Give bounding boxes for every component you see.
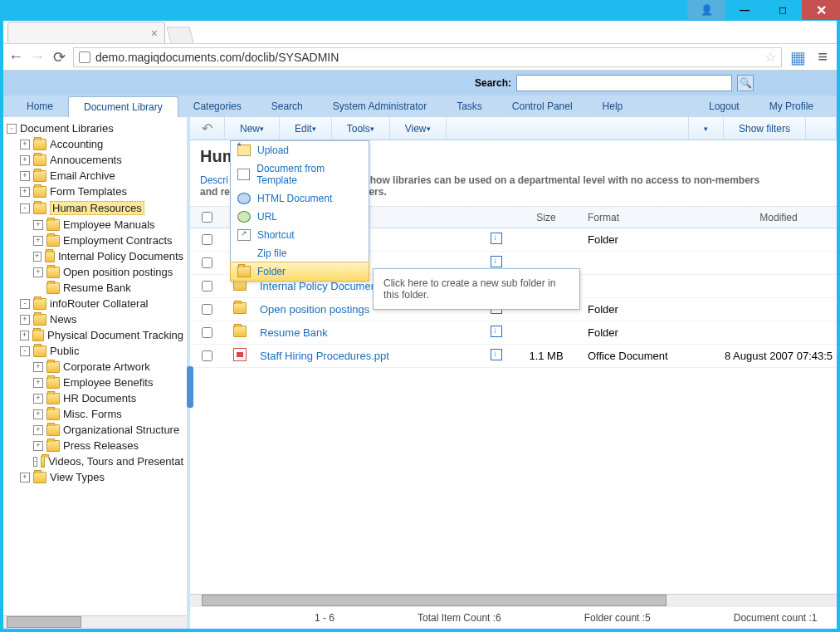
- toolbar-extra[interactable]: [806, 117, 837, 140]
- folder-icon: [233, 302, 247, 314]
- tree-item[interactable]: -Human Resources: [3, 199, 187, 217]
- search-row: Search: 🔍: [3, 71, 837, 96]
- close-button[interactable]: ✕: [802, 0, 840, 20]
- bookmark-icon[interactable]: ☆: [764, 49, 776, 65]
- toolbar-back[interactable]: ↶: [190, 117, 225, 140]
- tab-categories[interactable]: Categories: [178, 96, 256, 116]
- folder-icon: [33, 186, 46, 198]
- download-icon[interactable]: [491, 326, 502, 337]
- tab-document-library[interactable]: Document Library: [68, 96, 178, 117]
- sidebar-scrollbar[interactable]: [3, 615, 187, 629]
- tree-item[interactable]: +Accounting: [3, 136, 187, 152]
- tree-item[interactable]: +Employee Benefits: [3, 375, 187, 390]
- download-icon[interactable]: [491, 349, 502, 360]
- row-name[interactable]: Open position postings: [260, 303, 369, 316]
- folder-icon: [33, 203, 46, 214]
- search-button[interactable]: 🔍: [737, 75, 754, 91]
- select-all-checkbox[interactable]: [202, 212, 212, 223]
- folder-icon: [46, 424, 60, 436]
- col-format[interactable]: Format: [579, 212, 720, 223]
- tab-close-icon[interactable]: ×: [151, 27, 158, 40]
- maximize-button[interactable]: ◻: [764, 0, 802, 20]
- row-checkbox[interactable]: [202, 257, 212, 268]
- tab-help[interactable]: Help: [588, 96, 638, 116]
- row-format: Folder: [579, 303, 720, 316]
- tree-item[interactable]: +Employee Manuals: [3, 217, 187, 233]
- sidebar-resize-handle[interactable]: [187, 366, 193, 408]
- tree-item[interactable]: +News: [3, 311, 187, 327]
- tree-item[interactable]: +Misc. Forms: [3, 406, 187, 422]
- row-checkbox[interactable]: [202, 304, 212, 315]
- tree-item[interactable]: +View Types: [3, 469, 187, 485]
- folder-icon: [46, 440, 60, 452]
- download-icon[interactable]: [491, 233, 502, 244]
- folder-icon: [46, 219, 60, 231]
- search-input[interactable]: [516, 75, 732, 91]
- menu-icon[interactable]: ≡: [813, 48, 832, 66]
- row-name[interactable]: Staff Hiring Procedures.ppt: [260, 350, 389, 362]
- tree-item[interactable]: -Videos, Tours and Presentat: [3, 453, 187, 469]
- dd-url[interactable]: URL: [231, 208, 369, 226]
- tab-tasks[interactable]: Tasks: [442, 96, 497, 116]
- dd-zip[interactable]: Zip file: [231, 244, 369, 262]
- minimize-button[interactable]: —: [725, 0, 764, 20]
- toolbar-edit[interactable]: Edit: [280, 117, 332, 140]
- tree-item[interactable]: +Annoucements: [3, 152, 187, 168]
- tree-item[interactable]: +Internal Policy Documents: [3, 248, 187, 264]
- tree-item[interactable]: +Organizational Structure: [3, 422, 187, 438]
- tree-item[interactable]: +Physical Document Tracking: [3, 327, 187, 343]
- tree-item[interactable]: -Public: [3, 343, 187, 359]
- tab-logout[interactable]: Logout: [694, 96, 755, 116]
- row-checkbox[interactable]: [202, 234, 212, 245]
- tree-item[interactable]: +Press Releases: [3, 438, 187, 453]
- tree-item[interactable]: +HR Documents: [3, 390, 187, 406]
- toolbar-tools[interactable]: Tools: [332, 117, 390, 140]
- tab-search[interactable]: Search: [256, 96, 318, 116]
- new-tab-button[interactable]: [166, 27, 193, 43]
- toolbar-dropdown[interactable]: [688, 117, 724, 140]
- dd-html[interactable]: HTML Document: [231, 189, 369, 208]
- row-checkbox[interactable]: [202, 350, 212, 361]
- folder-icon: [46, 267, 60, 278]
- row-checkbox[interactable]: [202, 281, 212, 292]
- tree-root[interactable]: -Document Libraries: [3, 120, 187, 136]
- toolbar-new[interactable]: New: [225, 117, 280, 140]
- tree-item[interactable]: +Email Archive: [3, 168, 187, 184]
- tree-item[interactable]: +Form Templates: [3, 184, 187, 199]
- tab-control-panel[interactable]: Control Panel: [497, 96, 588, 116]
- dd-doc-template[interactable]: Document from Template: [231, 159, 369, 189]
- table-row[interactable]: Resume BankFolder: [190, 321, 837, 345]
- browser-tab[interactable]: ×: [7, 22, 165, 43]
- tree-item[interactable]: Resume Bank: [3, 280, 187, 296]
- status-total: Total Item Count :6: [418, 612, 501, 624]
- row-size: 1.1 MB: [513, 350, 579, 362]
- back-icon[interactable]: ←: [8, 50, 23, 65]
- tab-home[interactable]: Home: [12, 96, 68, 116]
- toolbar-view[interactable]: View: [390, 117, 447, 140]
- col-size[interactable]: Size: [513, 212, 579, 223]
- dd-upload[interactable]: Upload: [231, 141, 369, 159]
- tree-item[interactable]: -infoRouter Collateral: [3, 296, 187, 311]
- url-input[interactable]: demo.magiqdocuments.com/doclib/SYSADMIN …: [73, 47, 782, 67]
- user-icon[interactable]: 👤: [687, 0, 725, 20]
- tree-item[interactable]: +Employment Contracts: [3, 233, 187, 248]
- toolbar-showfilters[interactable]: Show filters: [724, 117, 806, 140]
- tab-myprofile[interactable]: My Profile: [755, 96, 828, 116]
- download-icon[interactable]: [491, 256, 502, 267]
- url-icon: [237, 211, 251, 223]
- row-name[interactable]: Internal Policy Document: [260, 280, 380, 292]
- dd-shortcut[interactable]: Shortcut: [231, 226, 369, 244]
- row-checkbox[interactable]: [202, 327, 212, 338]
- col-modified[interactable]: Modified: [720, 212, 837, 223]
- sidebar: -Document Libraries+Accounting+Annouceme…: [3, 117, 190, 629]
- reload-icon[interactable]: ⟳: [51, 50, 66, 65]
- tab-sysadmin[interactable]: System Administrator: [318, 96, 442, 116]
- tree-item[interactable]: +Corporate Artwork: [3, 359, 187, 375]
- table-row[interactable]: Staff Hiring Procedures.ppt1.1 MBOffice …: [190, 345, 837, 368]
- dd-folder[interactable]: Folder: [230, 262, 369, 282]
- row-name[interactable]: Resume Bank: [260, 326, 328, 339]
- extension-icon[interactable]: ▦: [789, 48, 807, 66]
- tree-item[interactable]: +Open position postings: [3, 264, 187, 280]
- content-scrollbar[interactable]: [190, 594, 837, 607]
- folder-icon: [33, 472, 46, 483]
